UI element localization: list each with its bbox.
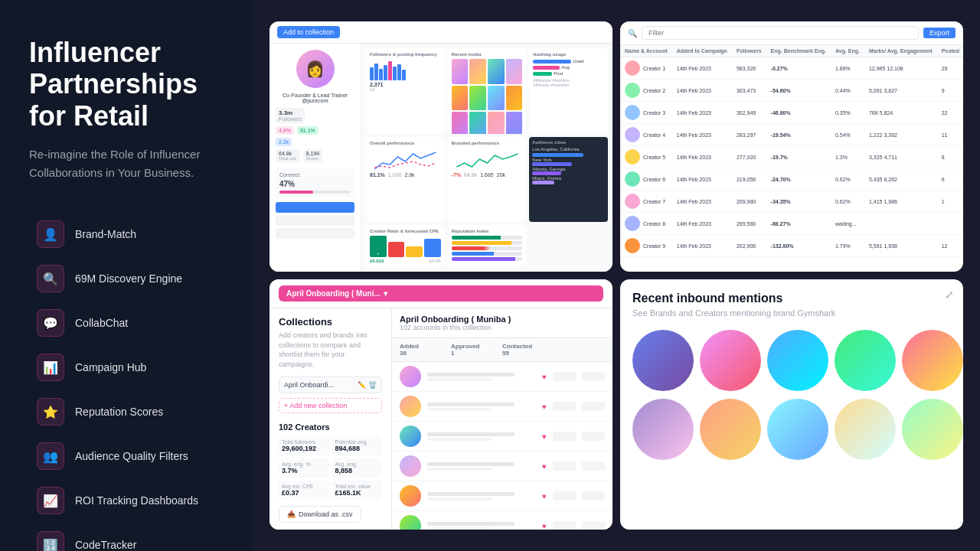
heart-icon[interactable]: ♥ xyxy=(542,522,547,530)
expand-icon[interactable]: ⤢ xyxy=(945,289,954,301)
table-row[interactable]: Creator 8 14th Feb 2023 269,580 -88.27% … xyxy=(620,213,963,235)
table-row[interactable]: Creator 5 14th Feb 2023 277,020 -19.7% 1… xyxy=(620,146,963,168)
sidebar-item-campaign-hub[interactable]: 📊 Campaign Hub xyxy=(29,347,230,387)
reputation-scores-icon: ⭐ xyxy=(37,398,64,425)
stat-avg-likes: 2.2k xyxy=(276,138,292,146)
add-new-collection-button[interactable]: + Add new collection xyxy=(279,398,382,413)
creator-row[interactable]: ♥ xyxy=(392,422,612,452)
cell-avg-eng: 1.88% xyxy=(831,57,864,80)
total-followers-stat: Total followers 29,600,192 xyxy=(279,436,329,455)
sidebar-item-discovery-engine[interactable]: 🔍 69M Discovery Engine xyxy=(29,259,230,298)
cell-market: 12,985 12,108 xyxy=(864,57,937,80)
table-row[interactable]: Creator 3 14th Feb 2023 302,949 -46.80% … xyxy=(620,102,963,124)
col-benchmark: Eng. Benchmark Eng. xyxy=(766,45,831,57)
collections-dropdown[interactable]: April Onboarding ( Muni... ▾ xyxy=(279,285,603,302)
table-row[interactable]: Creator 4 14th Feb 2023 283,297 -19.54% … xyxy=(620,124,963,146)
mention-avatar-item[interactable] xyxy=(767,330,828,391)
sidebar-item-code-tracker[interactable]: 🔢 CodeTracker xyxy=(29,525,230,551)
mention-avatar-item[interactable] xyxy=(632,399,694,460)
table-row[interactable]: Creator 9 14th Feb 2023 202,906 -132.80%… xyxy=(620,235,963,257)
hashtag-chart: Hashtag usage Used Avg. xyxy=(529,48,608,134)
heart-icon[interactable]: ♥ xyxy=(542,373,547,381)
mentions-grid-bottom xyxy=(632,399,951,460)
sidebar-item-reputation-scores[interactable]: ⭐ Reputation Scores xyxy=(29,392,230,432)
campaign-hub-label: Campaign Hub xyxy=(75,361,146,373)
add-to-collection-button[interactable]: Add to collection xyxy=(277,26,340,38)
card-table: 🔍 Export Name & Account Added to Campaig… xyxy=(620,21,963,272)
sidebar-item-roi-tracking[interactable]: 📈 ROI Tracking Dashboards xyxy=(29,481,230,520)
creator-row[interactable]: ♥ xyxy=(392,452,612,481)
table-row[interactable]: Creator 7 14th Feb 2023 209,980 -34.35% … xyxy=(620,191,963,213)
mention-avatar-item[interactable] xyxy=(902,399,963,460)
mention-avatar-item[interactable] xyxy=(835,330,896,391)
cell-benchmark: -24.70% xyxy=(766,168,831,191)
col-name: Name & Account xyxy=(620,45,672,57)
mention-avatar-item[interactable] xyxy=(902,330,963,391)
stat-followers: 3.3m Followers xyxy=(276,108,305,123)
heart-icon[interactable]: ♥ xyxy=(542,492,547,500)
cell-benchmark: -132.80% xyxy=(766,235,831,257)
rep-index-chart: Reputation Index xyxy=(448,225,527,267)
left-panel: Influencer Partnerships for Retail Re-im… xyxy=(0,0,253,551)
mention-avatar-item[interactable] xyxy=(632,330,694,391)
cell-avg-eng: 0.35% xyxy=(831,102,864,124)
connect-section: Connect 47% xyxy=(276,168,354,197)
collections-table-header: Added 38 Approved 1 Contacted 55 xyxy=(392,338,612,362)
collections-main: April Onboarding ( Muniba ) 102 accounts… xyxy=(392,308,612,530)
cell-followers: 283,297 xyxy=(732,124,766,146)
cell-avg-eng: 0.62% xyxy=(831,168,864,191)
table-search-input[interactable] xyxy=(642,26,919,40)
delete-collection-icon[interactable]: 🗑️ xyxy=(368,381,377,389)
influencers-table: Name & Account Added to Campaign Followe… xyxy=(620,45,963,257)
mention-avatar-item[interactable] xyxy=(700,330,761,391)
cell-avg-eng: waiting... xyxy=(831,213,864,235)
cell-benchmark: -46.80% xyxy=(766,102,831,124)
mentions-grid-top xyxy=(632,330,951,391)
cell-market: 3,325 4,711 xyxy=(864,146,937,168)
creator-row[interactable]: ♥ xyxy=(392,392,612,422)
reputation-scores-label: Reputation Scores xyxy=(75,406,163,418)
export-button[interactable]: Export xyxy=(923,28,956,38)
cell-posted: 9 xyxy=(937,80,963,102)
table-row[interactable]: Creator 1 14th Feb 2023 583,326 -0.27% 1… xyxy=(620,57,963,80)
cell-market: 768 5,824 xyxy=(864,102,937,124)
creator-ratio-chart: Creator Ratio & forecasted CPE + £0.023 … xyxy=(366,225,445,267)
heart-icon[interactable]: ♥ xyxy=(542,432,547,441)
cell-market: 5,581 1,938 xyxy=(864,235,937,257)
creator-row[interactable]: ♥ xyxy=(392,362,612,392)
cell-name: Creator 6 xyxy=(620,168,672,191)
roi-tracking-icon: 📈 xyxy=(37,487,64,514)
stat-score: 8,194 Score xyxy=(303,149,323,162)
heart-icon[interactable]: ♥ xyxy=(542,403,547,411)
avg-cpe-stat: Avg est. CPE £0.37 xyxy=(279,481,329,500)
creator-row[interactable]: ♥ xyxy=(392,481,612,511)
sidebar-item-audience-quality[interactable]: 👥 Audience Quality Filters xyxy=(29,436,230,476)
mention-avatar-item[interactable] xyxy=(835,399,896,460)
sidebar-item-collab-chat[interactable]: 💬 CollabChat xyxy=(29,303,230,343)
cell-avg-eng: 0.62% xyxy=(831,191,864,213)
heart-icon[interactable]: ♥ xyxy=(542,462,547,471)
cell-date: 14th Feb 2023 xyxy=(672,213,732,235)
table-row[interactable]: Creator 2 14th Feb 2023 303,473 -54.60% … xyxy=(620,80,963,102)
collection-item[interactable]: April Onboardi... ✏️ 🗑️ xyxy=(279,377,382,393)
edit-collection-icon[interactable]: ✏️ xyxy=(358,381,366,389)
charts-area: Followers & posting frequency 2,371 xyxy=(361,44,612,272)
sidebar-item-brand-match[interactable]: 👤 Brand-Match xyxy=(29,214,230,254)
col-approved: Approved xyxy=(451,343,479,350)
cell-benchmark: -19.54% xyxy=(766,124,831,146)
creator-row[interactable]: ♥ xyxy=(392,511,612,530)
collab-chat-icon: 💬 xyxy=(37,309,64,337)
cell-benchmark: -19.7% xyxy=(766,146,831,168)
table-row[interactable]: Creator 6 14th Feb 2023 219,056 -24.70% … xyxy=(620,168,963,191)
cell-date: 14th Feb 2023 xyxy=(672,124,732,146)
profile-sidebar: 👩 Co-Founder & Lead Trainer @purecore 3.… xyxy=(270,44,361,272)
cell-date: 14th Feb 2023 xyxy=(672,102,732,124)
creators-stats: 102 Creators Total followers 29,600,192 … xyxy=(279,422,382,500)
cell-date: 14th Feb 2023 xyxy=(672,191,732,213)
cell-name: Creator 9 xyxy=(620,235,672,257)
mention-avatar-item[interactable] xyxy=(767,399,828,460)
cell-market: 5,091 3,827 xyxy=(864,80,937,102)
download-csv-button[interactable]: 📥 Download as .csv xyxy=(279,506,361,523)
right-panel: Add to collection 👩 Co-Founder & Lead Tr… xyxy=(253,0,980,551)
mention-avatar-item[interactable] xyxy=(700,399,761,460)
